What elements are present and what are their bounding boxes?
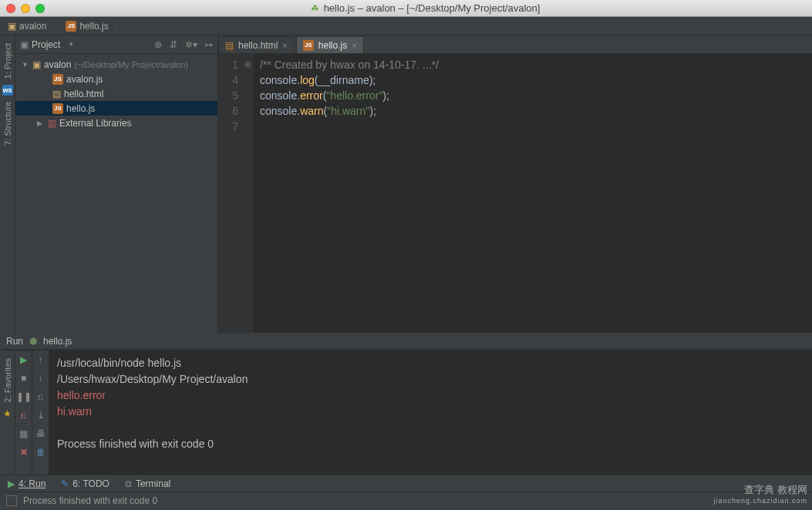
bottom-tool-bar: ▶ 4: Run ✎ 6: TODO ⧉ Terminal <box>0 475 812 492</box>
soft-wrap-icon[interactable]: ⎌ <box>35 391 47 403</box>
tree-root-hint: (~/Desktop/My Project/avalon) <box>74 60 188 69</box>
left-tool-rail-lower: 2: Favorites ★ <box>0 351 15 475</box>
dump-threads-icon[interactable]: ⎌ <box>18 409 30 421</box>
rail-favorites[interactable]: 2: Favorites <box>2 354 14 407</box>
run-header: Run ⬢ hello.js <box>0 333 812 350</box>
scroll-to-end-icon[interactable]: ⤓ <box>35 409 47 421</box>
rail-project[interactable]: 1: Project <box>2 39 14 83</box>
chevron-right-icon: 〉 <box>115 21 122 31</box>
fold-icon[interactable]: ⊞ <box>243 57 254 72</box>
pin-icon[interactable]: ✖ <box>18 446 30 458</box>
traffic-lights <box>6 4 45 13</box>
breadcrumb-file[interactable]: JS hello.js <box>62 21 111 32</box>
breadcrumb-folder[interactable]: ▣ avalon <box>5 21 49 32</box>
gear-icon[interactable]: ✲▾ <box>185 39 197 50</box>
editor-area: ▤ hello.html × JS hello.js × 14567 ⊞ /**… <box>218 35 812 333</box>
run-config-icon: ⬢ <box>29 336 37 347</box>
minimize-window-button[interactable] <box>21 4 30 13</box>
title-bar: ☘ hello.js – avalon – [~/Desktop/My Proj… <box>0 0 812 17</box>
ws-icon[interactable]: ws <box>2 85 13 96</box>
tree-external-libs[interactable]: ▶ ▥ External Libraries <box>15 116 217 130</box>
tree-file[interactable]: ▤ hello.html <box>15 86 217 101</box>
js-file-icon: JS <box>66 21 76 32</box>
tab-label: hello.js <box>318 40 347 51</box>
project-header: ▣ Project ▼ ⊕ ⇵ ✲▾ ↦ <box>15 35 217 54</box>
tree-file-name: avalon.js <box>66 74 103 85</box>
comment-line: /** Created by hwax on 14-10-17. ...*/ <box>260 59 439 71</box>
app-icon: ☘ <box>311 3 319 14</box>
output-exit: Process finished with exit code 0 <box>57 438 214 450</box>
output-cwd: /Users/hwax/Desktop/My Project/avalon <box>57 373 248 385</box>
chevron-right-icon: 〉 <box>52 21 59 31</box>
breadcrumb-file-label: hello.js <box>79 21 108 32</box>
js-file-icon: JS <box>52 74 63 85</box>
status-bar: Process finished with exit code 0 <box>0 492 812 508</box>
bottom-todo[interactable]: ✎ 6: TODO <box>61 478 110 489</box>
tree-root-name: avalon <box>44 59 71 70</box>
tree-file[interactable]: JS hello.js <box>15 101 217 116</box>
tab-label: hello.html <box>238 40 278 51</box>
status-indicator-icon[interactable] <box>6 495 17 506</box>
up-icon[interactable]: ↑ <box>35 354 47 366</box>
output-stderr: hi.warn <box>57 405 92 418</box>
editor-tabs: ▤ hello.html × JS hello.js × <box>218 35 812 54</box>
bottom-terminal-label: Terminal <box>136 478 170 489</box>
js-file-icon: JS <box>303 40 314 51</box>
run-action-strip: ▶ ■ ❚❚ ⎌ ▦ ✖ <box>15 351 32 475</box>
collapse-all-icon[interactable]: ⇵ <box>170 39 177 50</box>
run-output[interactable]: /usr/local/bin/node hello.js /Users/hwax… <box>49 351 812 475</box>
todo-icon: ✎ <box>61 478 69 489</box>
bottom-terminal[interactable]: ⧉ Terminal <box>125 478 170 489</box>
project-view-icon: ▣ <box>20 39 29 50</box>
close-icon[interactable]: × <box>282 41 287 50</box>
html-file-icon: ▤ <box>52 89 61 99</box>
breadcrumb-folder-label: avalon <box>19 21 46 32</box>
project-title[interactable]: Project <box>32 39 60 50</box>
editor-tab[interactable]: JS hello.js × <box>296 36 364 53</box>
terminal-icon: ⧉ <box>125 478 132 489</box>
project-tool-window: ▣ Project ▼ ⊕ ⇵ ✲▾ ↦ ▼ ▣ avalon (~/Deskt… <box>15 35 218 333</box>
chevron-down-icon[interactable]: ▼ <box>68 41 74 48</box>
tree-file[interactable]: JS avalon.js <box>15 72 217 86</box>
zoom-window-button[interactable] <box>35 4 45 13</box>
bottom-run-label: 4: Run <box>19 478 45 489</box>
run-title: Run <box>6 336 23 347</box>
bottom-todo-label: 6: TODO <box>72 478 110 489</box>
status-text: Process finished with exit code 0 <box>23 495 157 506</box>
expand-arrow-icon[interactable]: ▼ <box>22 61 29 69</box>
output-stderr: hello.error <box>57 389 106 401</box>
close-icon[interactable]: × <box>352 41 356 50</box>
hide-panel-icon[interactable]: ↦ <box>205 39 213 50</box>
fold-margin[interactable]: ⊞ <box>243 54 254 333</box>
tree-root[interactable]: ▼ ▣ avalon (~/Desktop/My Project/avalon) <box>15 57 217 72</box>
expand-arrow-icon[interactable]: ▶ <box>37 119 45 127</box>
code-editor[interactable]: 14567 ⊞ /** Created by hwax on 14-10-17.… <box>218 54 812 333</box>
gutter: 14567 <box>218 54 243 333</box>
bottom-run[interactable]: ▶ 4: Run <box>8 478 45 489</box>
star-icon[interactable]: ★ <box>3 408 12 419</box>
rail-structure[interactable]: 7: Structure <box>2 97 14 150</box>
folder-icon: ▣ <box>32 59 41 70</box>
close-window-button[interactable] <box>6 4 15 13</box>
play-icon: ▶ <box>8 478 15 489</box>
pause-icon[interactable]: ❚❚ <box>18 391 30 403</box>
breadcrumb: ▣ avalon 〉 JS hello.js 〉 <box>0 17 812 35</box>
tree-file-name: hello.html <box>64 89 103 99</box>
restore-layout-icon[interactable]: ▦ <box>18 428 30 440</box>
editor-tab[interactable]: ▤ hello.html × <box>218 36 295 53</box>
scroll-from-source-icon[interactable]: ⊕ <box>154 39 162 50</box>
down-icon[interactable]: ↓ <box>35 372 47 384</box>
js-file-icon: JS <box>52 103 63 114</box>
project-tree[interactable]: ▼ ▣ avalon (~/Desktop/My Project/avalon)… <box>15 54 217 133</box>
clear-all-icon[interactable]: 🗑 <box>35 446 47 458</box>
html-file-icon: ▤ <box>225 40 234 51</box>
run-config-name[interactable]: hello.js <box>43 336 72 347</box>
window-title: hello.js – avalon – [~/Desktop/My Projec… <box>324 2 541 14</box>
print-icon[interactable]: 🖶 <box>35 428 47 440</box>
stop-icon[interactable]: ■ <box>18 372 30 384</box>
library-icon: ▥ <box>48 118 56 129</box>
external-libs-label: External Libraries <box>59 118 131 129</box>
folder-icon: ▣ <box>8 21 16 32</box>
code-body[interactable]: /** Created by hwax on 14-10-17. ...*/ c… <box>254 54 812 333</box>
rerun-icon[interactable]: ▶ <box>18 354 30 366</box>
